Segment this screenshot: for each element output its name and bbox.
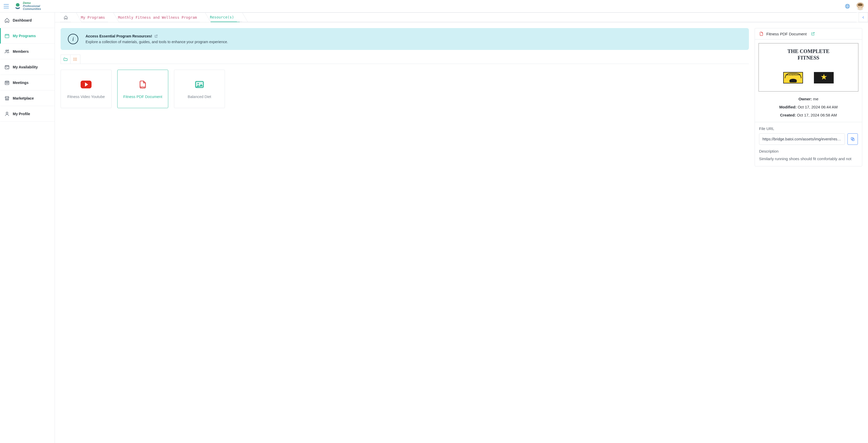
sidebar-item-dashboard[interactable]: Dashboard [0,12,55,28]
user-avatar[interactable] [856,2,864,10]
calendar-range-icon [4,64,10,70]
resource-card-label: Balanced Diet [188,95,211,99]
user-icon [4,111,10,117]
sidebar-item-meetings[interactable]: Meetings [0,75,55,91]
users-icon [4,49,10,54]
svg-rect-5 [5,65,9,69]
banner-description: Explore a collection of materials, guide… [86,40,228,44]
copy-url-button[interactable] [847,133,858,145]
svg-point-10 [6,112,8,114]
description-label: Description [759,149,858,153]
modified-value: Oct 17, 2024 06:44 AM [798,105,838,109]
app-logo[interactable]: Demo Professional Communities [14,2,41,11]
detail-header: Fitness PDF Document [755,28,862,39]
preview-title-line1: THE COMPLETE [787,48,830,55]
sidebar-item-label: My Programs [13,34,36,38]
sidebar-item-my-programs[interactable]: My Programs [0,28,55,44]
owner-value: me [813,97,818,101]
leadership-badge: LEADERSHIP [783,72,803,84]
list-view-button[interactable] [70,55,80,64]
created-value: Oct 17, 2024 06:58 AM [797,113,837,117]
file-url-input[interactable] [759,133,845,145]
sidebar: Dashboard My Programs Members My Availab… [0,12,55,443]
home-icon [64,15,68,20]
external-link-icon [811,32,815,36]
sidebar-item-label: Marketplace [13,96,34,100]
info-icon: i [68,34,78,44]
resource-card-label: Fitness PDF Document [123,95,162,99]
preview-title-line2: FITNESS [787,55,830,61]
modified-label: Modified: [779,105,797,109]
detail-meta: Owner: me Modified: Oct 17, 2024 06:44 A… [755,92,862,122]
pdf-icon [759,31,764,36]
sidebar-item-my-profile[interactable]: My Profile [0,106,55,122]
sidebar-item-my-availability[interactable]: My Availability [0,59,55,75]
svg-point-3 [6,50,7,51]
sidebar-item-label: Members [13,50,29,54]
calendar-icon [4,33,10,38]
language-button[interactable] [845,3,850,9]
folder-icon [63,57,68,62]
detail-title: Fitness PDF Document [766,32,807,36]
sidebar-item-label: Dashboard [13,18,32,22]
sidebar-item-label: My Availability [13,65,38,69]
svg-point-17 [198,83,199,84]
youtube-icon [81,79,92,90]
svg-rect-2 [5,34,9,38]
resource-card-image[interactable]: Balanced Diet [174,70,225,108]
home-icon [4,18,10,23]
created-label: Created: [780,113,796,117]
owner-label: Owner: [799,97,812,101]
banner-title: Access Essential Program Resources! [86,34,228,38]
breadcrumb: My Programs Monthly Fitness and Wellness… [55,12,868,22]
logo-text: Demo Professional Communities [23,2,41,11]
svg-point-13 [73,60,74,61]
resource-card-youtube[interactable]: Fitness Video Youtube [61,70,112,108]
star-badge [814,72,834,84]
svg-point-4 [7,50,8,51]
resource-detail-panel: Fitness PDF Document THE COMPLETE FITNES… [755,28,862,166]
svg-point-8 [7,83,7,83]
external-link-icon[interactable] [154,34,158,38]
svg-point-12 [73,59,74,60]
grid-view-button[interactable] [61,55,70,64]
breadcrumb-program-name[interactable]: Monthly Fitness and Wellness Program [111,12,203,22]
view-toggle [61,55,749,64]
store-icon [4,96,10,101]
calendar-days-icon [4,80,10,85]
menu-toggle-button[interactable] [4,4,9,8]
list-icon [73,57,78,62]
copy-icon [850,137,855,141]
resource-card-label: Fitness Video Youtube [67,95,105,99]
info-banner: i Access Essential Program Resources! Ex… [61,28,749,50]
chevron-left-icon [862,15,865,19]
document-preview: THE COMPLETE FITNESS LEADERSHIP [758,43,858,92]
sidebar-item-label: Meetings [13,81,29,85]
svg-point-11 [73,58,74,59]
pdf-icon: PDF [137,79,148,90]
svg-text:PDF: PDF [140,86,146,89]
sidebar-item-members[interactable]: Members [0,44,55,59]
sidebar-item-label: My Profile [13,112,30,116]
collapse-panel-button[interactable] [859,12,868,22]
open-external-button[interactable] [811,32,815,36]
svg-point-9 [8,83,8,83]
resource-cards: Fitness Video Youtube PDF Fitness PDF Do… [61,70,749,108]
logo-icon [14,2,21,10]
breadcrumb-home[interactable] [60,12,73,22]
svg-point-7 [6,83,6,83]
sidebar-item-marketplace[interactable]: Marketplace [0,91,55,106]
image-icon [194,79,205,90]
resource-card-pdf[interactable]: PDF Fitness PDF Document [117,70,168,108]
description-text: Similarly running shoes should fit comfo… [759,156,858,162]
file-url-label: File URL [759,126,858,131]
